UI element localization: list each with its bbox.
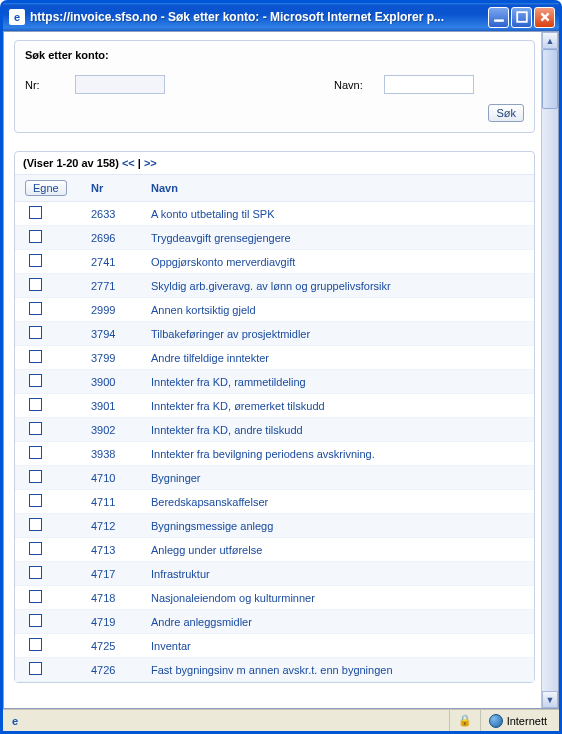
row-navn: Annen kortsiktig gjeld <box>145 298 534 322</box>
row-nr-link[interactable]: 4711 <box>91 496 115 508</box>
row-checkbox[interactable] <box>29 398 42 411</box>
row-checkbox[interactable] <box>29 254 42 267</box>
row-checkbox[interactable] <box>29 662 42 675</box>
row-navn-link[interactable]: Skyldig arb.giveravg. av lønn og gruppel… <box>151 280 391 292</box>
scroll-thumb[interactable] <box>542 49 558 109</box>
row-navn: Inntekter fra KD, rammetildeling <box>145 370 534 394</box>
row-navn-link[interactable]: Nasjonaleiendom og kulturminner <box>151 592 315 604</box>
row-checkbox[interactable] <box>29 374 42 387</box>
row-nr-link[interactable]: 3938 <box>91 448 115 460</box>
row-navn-link[interactable]: Andre tilfeldige inntekter <box>151 352 269 364</box>
row-navn-link[interactable]: Anlegg under utførelse <box>151 544 262 556</box>
row-navn-link[interactable]: Andre anleggsmidler <box>151 616 252 628</box>
row-navn-link[interactable]: Bygninger <box>151 472 201 484</box>
row-checkbox-cell <box>15 250 85 274</box>
row-checkbox[interactable] <box>29 590 42 603</box>
nav-next[interactable]: >> <box>144 157 157 169</box>
row-checkbox-cell <box>15 490 85 514</box>
scroll-down-button[interactable]: ▼ <box>542 691 558 708</box>
row-checkbox-cell <box>15 538 85 562</box>
nr-input[interactable] <box>75 75 165 94</box>
row-nr-link[interactable]: 4717 <box>91 568 115 580</box>
row-navn-link[interactable]: Inntekter fra KD, andre tilskudd <box>151 424 303 436</box>
row-nr-link[interactable]: 4710 <box>91 472 115 484</box>
row-nr-link[interactable]: 2999 <box>91 304 115 316</box>
scroll-up-button[interactable]: ▲ <box>542 32 558 49</box>
client-area: Søk etter konto: Nr: Navn: Søk (Viser 1-… <box>3 31 559 709</box>
table-row: 4725Inventar <box>15 634 534 658</box>
row-checkbox[interactable] <box>29 566 42 579</box>
row-checkbox[interactable] <box>29 422 42 435</box>
navn-input[interactable] <box>384 75 474 94</box>
row-nr-link[interactable]: 3794 <box>91 328 115 340</box>
row-nr-link[interactable]: 2633 <box>91 208 115 220</box>
row-checkbox[interactable] <box>29 206 42 219</box>
search-button[interactable]: Søk <box>488 104 524 122</box>
table-row: 4713Anlegg under utførelse <box>15 538 534 562</box>
row-checkbox[interactable] <box>29 518 42 531</box>
row-navn-link[interactable]: Inventar <box>151 640 191 652</box>
row-navn-link[interactable]: Infrastruktur <box>151 568 210 580</box>
vertical-scrollbar[interactable]: ▲ ▼ <box>541 32 558 708</box>
row-checkbox[interactable] <box>29 470 42 483</box>
table-row: 3794Tilbakeføringer av prosjektmidler <box>15 322 534 346</box>
row-nr: 2771 <box>85 274 145 298</box>
row-navn-link[interactable]: Oppgjørskonto merverdiavgift <box>151 256 295 268</box>
col-nr[interactable]: Nr <box>85 175 145 202</box>
row-nr-link[interactable]: 2696 <box>91 232 115 244</box>
row-navn-link[interactable]: Bygningsmessige anlegg <box>151 520 273 532</box>
row-nr-link[interactable]: 2771 <box>91 280 115 292</box>
row-navn: Beredskapsanskaffelser <box>145 490 534 514</box>
row-checkbox[interactable] <box>29 614 42 627</box>
svg-rect-1 <box>517 12 527 22</box>
row-nr-link[interactable]: 3900 <box>91 376 115 388</box>
row-checkbox[interactable] <box>29 494 42 507</box>
row-nr: 4711 <box>85 490 145 514</box>
row-checkbox[interactable] <box>29 326 42 339</box>
results-panel: (Viser 1-20 av 158) << | >> Egne Nr Navn… <box>14 151 535 683</box>
row-checkbox-cell <box>15 586 85 610</box>
scroll-track[interactable] <box>542 49 558 691</box>
row-navn-link[interactable]: Tilbakeføringer av prosjektmidler <box>151 328 310 340</box>
row-checkbox-cell <box>15 466 85 490</box>
row-navn: Inntekter fra KD, andre tilskudd <box>145 418 534 442</box>
row-nr-link[interactable]: 4726 <box>91 664 115 676</box>
row-navn-link[interactable]: Annen kortsiktig gjeld <box>151 304 256 316</box>
row-checkbox[interactable] <box>29 638 42 651</box>
row-navn-link[interactable]: A konto utbetaling til SPK <box>151 208 275 220</box>
row-nr-link[interactable]: 3799 <box>91 352 115 364</box>
row-nr-link[interactable]: 4713 <box>91 544 115 556</box>
row-navn-link[interactable]: Inntekter fra KD, øremerket tilskudd <box>151 400 325 412</box>
row-nr: 3799 <box>85 346 145 370</box>
nav-prev[interactable]: << <box>122 157 135 169</box>
search-panel: Søk etter konto: Nr: Navn: Søk <box>14 40 535 133</box>
row-navn-link[interactable]: Trygdeavgift grensegjengere <box>151 232 291 244</box>
row-nr-link[interactable]: 3902 <box>91 424 115 436</box>
row-checkbox[interactable] <box>29 350 42 363</box>
row-checkbox[interactable] <box>29 446 42 459</box>
col-navn[interactable]: Navn <box>145 175 534 202</box>
table-row: 2771Skyldig arb.giveravg. av lønn og gru… <box>15 274 534 298</box>
minimize-button[interactable] <box>488 7 509 28</box>
row-navn: Nasjonaleiendom og kulturminner <box>145 586 534 610</box>
row-navn-link[interactable]: Inntekter fra KD, rammetildeling <box>151 376 306 388</box>
row-checkbox[interactable] <box>29 542 42 555</box>
row-checkbox[interactable] <box>29 302 42 315</box>
row-nr-link[interactable]: 4719 <box>91 616 115 628</box>
row-nr-link[interactable]: 3901 <box>91 400 115 412</box>
maximize-button[interactable] <box>511 7 532 28</box>
row-nr-link[interactable]: 4718 <box>91 592 115 604</box>
row-navn-link[interactable]: Beredskapsanskaffelser <box>151 496 268 508</box>
close-button[interactable] <box>534 7 555 28</box>
row-checkbox[interactable] <box>29 230 42 243</box>
row-checkbox[interactable] <box>29 278 42 291</box>
row-nr-link[interactable]: 4712 <box>91 520 115 532</box>
table-row: 4718Nasjonaleiendom og kulturminner <box>15 586 534 610</box>
row-navn: Bygninger <box>145 466 534 490</box>
row-navn-link[interactable]: Fast bygningsinv m annen avskr.t. enn by… <box>151 664 393 676</box>
row-checkbox-cell <box>15 226 85 250</box>
row-nr-link[interactable]: 4725 <box>91 640 115 652</box>
egne-button[interactable]: Egne <box>25 180 67 196</box>
row-navn-link[interactable]: Inntekter fra bevilgning periodens avskr… <box>151 448 375 460</box>
row-nr-link[interactable]: 2741 <box>91 256 115 268</box>
